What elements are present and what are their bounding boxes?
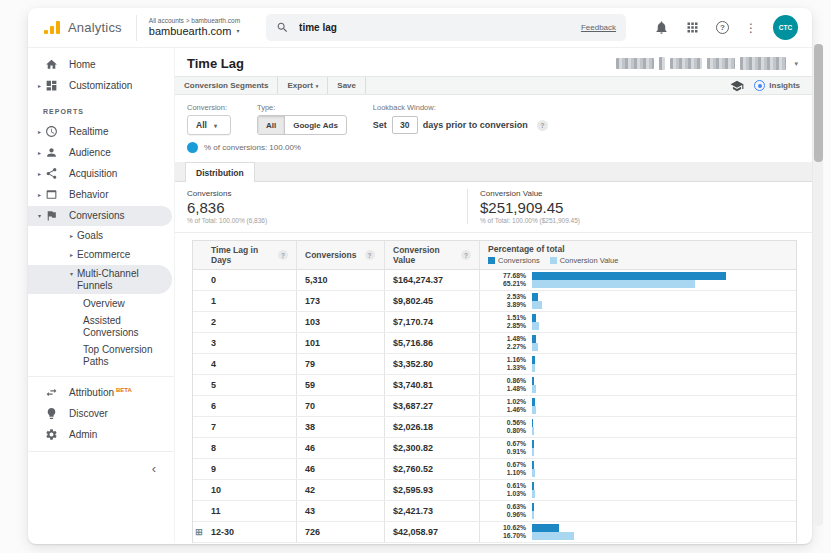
sidebar-item-home[interactable]: Home xyxy=(28,55,172,75)
type-google-ads-button[interactable]: Google Ads xyxy=(285,116,346,134)
insights-icon xyxy=(754,80,765,91)
percentage-labels: 0.56% 0.80% xyxy=(486,419,526,435)
type-segmented-control: All Google Ads xyxy=(257,115,347,135)
table-body: 0 5,310 $164,274.37 77.68% 65.21% 1 173 … xyxy=(193,270,796,543)
sidebar-item-ecommerce[interactable]: ▸Ecommerce xyxy=(28,246,172,264)
search-input[interactable] xyxy=(297,21,573,34)
sidebar-item-realtime[interactable]: ▸Realtime xyxy=(28,122,172,142)
lookback-days-input[interactable] xyxy=(392,116,418,134)
sidebar-item-goals[interactable]: ▸Goals xyxy=(28,227,172,245)
expand-slot: ⊞ xyxy=(195,527,203,537)
help-icon[interactable]: ? xyxy=(716,21,729,34)
conversions-icon xyxy=(45,209,60,222)
toolbar-right: Insights xyxy=(730,77,812,94)
chevron-down-icon[interactable]: ▾ xyxy=(34,210,45,222)
conversions-summary-value: 6,836 xyxy=(187,199,467,216)
sidebar-item-overview[interactable]: Overview xyxy=(28,295,172,312)
sidebar-item-label: Goals xyxy=(77,230,103,242)
bell-icon[interactable] xyxy=(654,20,669,35)
chevron-right-icon[interactable]: ▸ xyxy=(66,230,77,242)
time-lag-table: Time Lag in Days ? Conversions ? Convers… xyxy=(192,240,797,543)
date-range-selector[interactable]: ▾ xyxy=(616,57,798,70)
sidebar-divider xyxy=(28,376,174,377)
cell-time-lag: 2 xyxy=(193,312,297,332)
account-switcher[interactable]: All accounts > bambuearth.com bambuearth… xyxy=(149,17,240,38)
help-circle-icon[interactable]: ? xyxy=(278,250,288,260)
export-button[interactable]: Export ▾ xyxy=(278,77,328,94)
search-icon xyxy=(276,21,289,34)
cell-percentage: 0.86% 1.48% xyxy=(480,375,796,395)
conversion-value-pct-of-total: % of Total: 100.00% ($251,909.45) xyxy=(480,217,798,224)
apps-grid-icon[interactable] xyxy=(685,20,700,35)
percentage-labels: 1.51% 2.85% xyxy=(486,314,526,330)
cell-percentage: 0.61% 1.03% xyxy=(480,480,796,500)
graduation-cap-icon[interactable] xyxy=(730,79,744,93)
conversion-value-summary-label: Conversion Value xyxy=(480,189,798,198)
save-button[interactable]: Save xyxy=(328,77,366,94)
chevron-right-icon[interactable]: ▸ xyxy=(34,189,45,201)
table-row: 9 46 $2,760.52 0.67% 1.10% xyxy=(193,459,796,480)
percentage-bars xyxy=(532,419,534,435)
scrollbar-track[interactable] xyxy=(814,44,823,526)
sidebar-item-label: Behavior xyxy=(69,189,108,201)
sidebar-item-admin[interactable]: Admin xyxy=(28,425,172,445)
discover-icon xyxy=(45,407,60,420)
chevron-right-icon[interactable]: ▸ xyxy=(34,147,45,159)
sidebar-item-discover[interactable]: Discover xyxy=(28,404,172,424)
sidebar-item-behavior[interactable]: ▸Behavior xyxy=(28,185,172,205)
table-row: 4 79 $3,352.80 1.16% 1.33% xyxy=(193,354,796,375)
chevron-right-icon[interactable]: ▸ xyxy=(34,126,45,138)
cell-conversions: 59 xyxy=(297,375,385,395)
sidebar-item-customization[interactable]: ▸Customization xyxy=(28,76,172,96)
conversion-filter-label: Conversion: xyxy=(187,103,231,112)
sidebar-item-label: Assisted Conversions xyxy=(83,315,168,338)
sidebar-item-label: Top Conversion Paths xyxy=(83,344,168,367)
sidebar-item-top-conversion-paths[interactable]: Top Conversion Paths xyxy=(28,342,172,370)
type-all-button[interactable]: All xyxy=(258,116,285,134)
sidebar-item-audience[interactable]: ▸Audience xyxy=(28,143,172,163)
insights-button[interactable]: Insights xyxy=(754,80,800,91)
header-divider xyxy=(136,15,137,41)
chevron-right-icon[interactable]: ▸ xyxy=(34,168,45,180)
avatar[interactable]: CTC xyxy=(773,15,798,40)
chevron-down-icon[interactable]: ▾ xyxy=(66,268,77,280)
percentage-labels: 0.67% 0.91% xyxy=(486,440,526,456)
conversion-value-bar xyxy=(532,322,539,330)
conversions-bar xyxy=(532,272,726,280)
cell-percentage: 2.53% 3.89% xyxy=(480,291,796,311)
sidebar-item-conversions[interactable]: ▾Conversions xyxy=(28,206,172,226)
cell-conversions: 43 xyxy=(297,501,385,521)
help-circle-icon[interactable]: ? xyxy=(365,250,375,260)
chevron-right-icon[interactable]: ▸ xyxy=(34,80,45,92)
cell-percentage: 1.51% 2.85% xyxy=(480,312,796,332)
conversion-segments-button[interactable]: Conversion Segments xyxy=(175,77,278,94)
conversion-segments-label: Conversion Segments xyxy=(184,81,268,90)
cell-conversion-value: $7,170.74 xyxy=(385,312,480,332)
analytics-window: Analytics All accounts > bambuearth.com … xyxy=(28,8,812,544)
conversion-dropdown[interactable]: All ▾ xyxy=(187,115,231,135)
cell-percentage: 0.63% 0.96% xyxy=(480,501,796,521)
help-circle-icon[interactable]: ? xyxy=(461,250,471,260)
sidebar-item-label: Ecommerce xyxy=(77,249,130,261)
sidebar-item-acquisition[interactable]: ▸Acquisition xyxy=(28,164,172,184)
chevron-right-icon[interactable]: ▸ xyxy=(66,249,77,261)
percentage-bars xyxy=(532,440,534,456)
scrollbar-thumb[interactable] xyxy=(814,44,823,162)
sidebar-item-multi-channel-funnels[interactable]: ▾Multi-Channel Funnels xyxy=(28,265,172,294)
sidebar-item-attribution[interactable]: AttributionBETA xyxy=(28,383,172,403)
conversions-bar xyxy=(532,356,535,364)
tab-distribution[interactable]: Distribution xyxy=(185,162,255,182)
expand-row-icon[interactable]: ⊞ xyxy=(195,527,203,537)
help-circle-icon[interactable]: ? xyxy=(537,120,548,131)
analytics-logo-icon[interactable] xyxy=(44,21,60,34)
collapse-sidebar-icon[interactable]: ‹ xyxy=(152,461,156,476)
chevron-down-icon: ▾ xyxy=(316,83,319,89)
cell-conversion-value: $5,716.86 xyxy=(385,333,480,353)
more-vert-icon[interactable]: ⋮ xyxy=(745,21,757,35)
percentage-labels: 77.68% 65.21% xyxy=(486,272,526,288)
search-bar[interactable]: Feedback xyxy=(266,14,626,41)
sidebar-item-assisted-conversions[interactable]: Assisted Conversions xyxy=(28,313,172,341)
feedback-link[interactable]: Feedback xyxy=(581,23,616,32)
tab-strip: Distribution xyxy=(175,162,812,182)
cell-time-lag: 11 xyxy=(193,501,297,521)
